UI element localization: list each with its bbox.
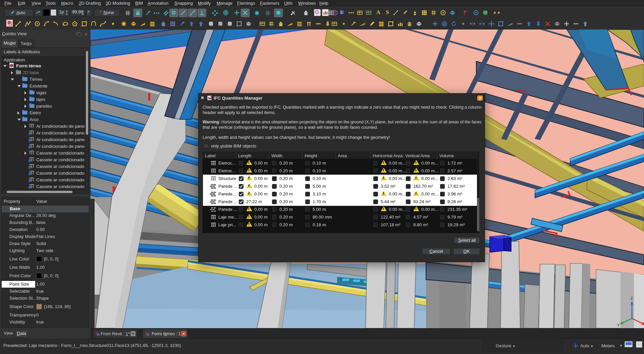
svg-text:A: A — [376, 9, 380, 15]
svg-text:Z: Z — [631, 296, 633, 300]
svg-text:Y: Y — [617, 323, 620, 327]
svg-text:S: S — [386, 9, 389, 15]
